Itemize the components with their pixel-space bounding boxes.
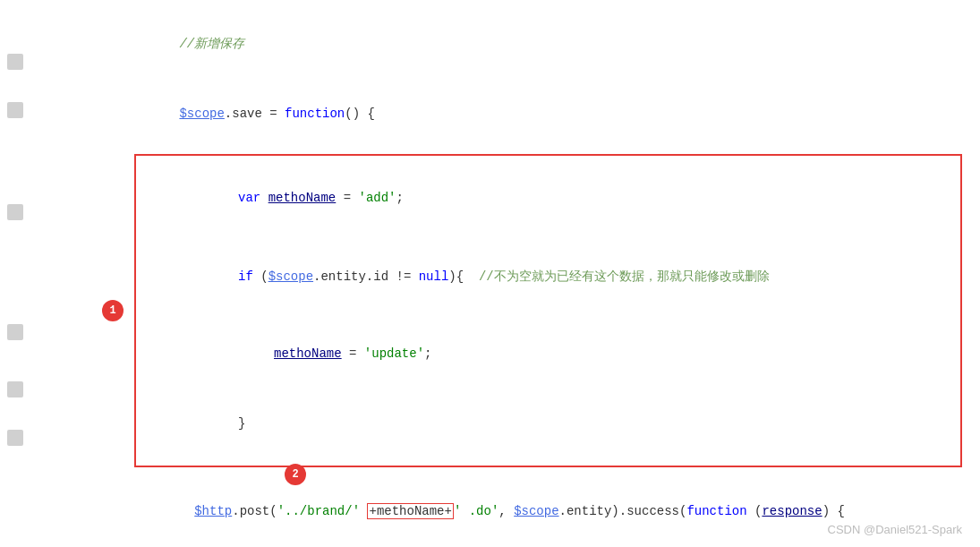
watermark: CSDN @Daniel521-Spark	[828, 523, 962, 536]
inline-highlight-box: +methoName+	[367, 503, 453, 519]
scope-save-line: $scope.save = function() {	[45, 79, 962, 149]
blank-line-2	[154, 312, 950, 319]
gutter-icon-4	[7, 324, 23, 340]
var-line: var methoName = 'add';	[154, 163, 950, 233]
code-editor: //新增保存 $scope.save = function() { var me…	[36, 0, 980, 547]
gutter-icon-2	[7, 102, 23, 118]
update-line: methoName = 'update';	[154, 319, 950, 389]
red-box: var methoName = 'add'; if ($scope.entity…	[134, 154, 962, 467]
gutter-icon-3	[7, 204, 23, 220]
gutter-icon-5	[7, 381, 23, 397]
comment-line: //新增保存	[45, 9, 962, 79]
step-circle-2: 2	[285, 464, 306, 485]
step-circle-1: 1	[102, 300, 124, 321]
blank-line-1	[154, 233, 950, 242]
scope-ref: $scope	[179, 107, 224, 121]
gutter-icon-6	[7, 430, 23, 446]
if-line: if ($scope.entity.id != null){ //不为空就为已经…	[154, 242, 950, 312]
gutter-icon-1	[7, 54, 23, 70]
if-close-line: }	[154, 389, 950, 458]
function-kw: function	[285, 107, 345, 121]
